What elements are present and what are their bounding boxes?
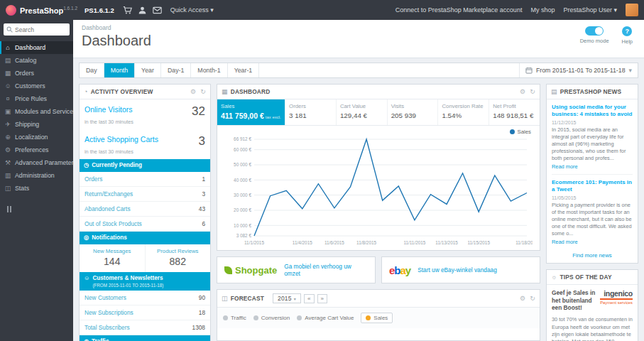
activity-row-return-exchanges[interactable]: Return/Exchanges3: [80, 187, 210, 202]
date-range-label: From 2015-11-01 To 2015-11-18: [536, 67, 626, 74]
sidebar-item-label: Orders: [15, 70, 34, 77]
page-header: Dashboard Dashboard Demo mode ? Help: [73, 20, 644, 58]
active-carts-label[interactable]: Active Shopping Carts: [84, 135, 158, 144]
date-range-tabs: DayMonthYearDay-1Month-1Year-1: [80, 63, 259, 77]
forecast-legend-traffic[interactable]: Traffic: [223, 315, 246, 321]
chart-legend[interactable]: Sales: [223, 127, 534, 135]
chevron-down-icon: ▾: [613, 6, 617, 13]
date-tab-month[interactable]: Month: [104, 63, 135, 77]
date-tab-year[interactable]: Year: [135, 63, 161, 77]
news-article-title[interactable]: Ecommerce 101: Payments in a Tweet: [552, 179, 633, 193]
activity-overview-panel: ◔ ACTIVITY OVERVIEW ⚙↻ Online Visitors 3…: [79, 84, 211, 341]
date-range-picker[interactable]: From 2015-11-01 To 2015-11-18 ▾: [519, 63, 638, 77]
activity-row-out-of-stock-products[interactable]: Out of Stock Products6: [80, 217, 210, 232]
left-column: ◔ ACTIVITY OVERVIEW ⚙↻ Online Visitors 3…: [79, 84, 211, 341]
kpi-conversion-rate[interactable]: Conversion Rate1.54%: [438, 99, 489, 125]
globe-icon: ⊕: [84, 338, 89, 341]
customer-notifications-icon[interactable]: [138, 6, 147, 15]
activity-row-abandoned-carts[interactable]: Abandoned Carts43: [80, 202, 210, 217]
version-label: 1.6.1.2: [63, 6, 77, 11]
calendar-icon: [525, 67, 533, 74]
demo-mode-toggle[interactable]: [585, 26, 604, 36]
find-more-news-link[interactable]: Find more news: [547, 249, 638, 263]
notifications-cols: New Messages144Product Reviews882: [80, 244, 210, 272]
date-tab-day-1[interactable]: Day-1: [161, 63, 191, 77]
forecast-legend-sales[interactable]: Sales: [361, 313, 393, 323]
kpi-visits[interactable]: Visits205 939: [388, 99, 439, 125]
read-more-link[interactable]: Read more: [552, 239, 578, 245]
activity-row-new-customers[interactable]: New Customers90: [80, 291, 210, 305]
sidebar-item-label: Preferences: [15, 146, 48, 153]
sales-legend-dot: [510, 129, 515, 134]
activity-row-new-subscriptions[interactable]: New Subscriptions18: [80, 305, 210, 320]
legend-dot-icon: [366, 315, 371, 320]
date-tab-year-1[interactable]: Year-1: [228, 63, 260, 77]
online-visitors-metric[interactable]: Online Visitors 32 in the last 30 minute…: [80, 99, 210, 129]
forecast-year-select[interactable]: 2015 ▾: [273, 293, 301, 303]
forecast-next-button[interactable]: »: [317, 294, 328, 303]
activity-overview-icon: ◔: [84, 88, 88, 95]
sales-chart: 66 912 €60 000 €50 000 €40 000 €30 000 €…: [223, 135, 534, 247]
refresh-icon[interactable]: ↻: [530, 88, 535, 95]
sidebar-item-price-rules[interactable]: ¤Price Rules: [0, 92, 73, 105]
sidebar-item-catalog[interactable]: ▤Catalog: [0, 54, 73, 67]
sidebar-item-dashboard[interactable]: ⌂Dashboard: [0, 41, 73, 54]
kpi-cart-value[interactable]: Cart Value129,44 €: [337, 99, 388, 125]
help-icon[interactable]: ?: [622, 26, 632, 36]
message-notifications-icon[interactable]: [153, 6, 162, 15]
gear-icon[interactable]: ⚙: [520, 88, 525, 95]
sidebar-item-localization[interactable]: ⊕Localization: [0, 131, 73, 144]
kpi-net-profit[interactable]: Net Profit148 918,51 €: [489, 99, 540, 125]
kpi-orders[interactable]: Orders3 181: [285, 99, 337, 125]
shop-name[interactable]: PS1.6.1.2: [84, 6, 114, 14]
collapse-sidebar-button[interactable]: [7, 206, 73, 212]
kpi-sales[interactable]: Sales411 759,00 €tax excl.: [217, 99, 285, 125]
customers-group-icon: ☺: [84, 275, 89, 282]
user-avatar[interactable]: [626, 4, 638, 16]
cart-notifications-icon[interactable]: [123, 6, 132, 15]
date-tab-month-1[interactable]: Month-1: [191, 63, 227, 77]
news-article-excerpt: In 2015, social media are an integral pa…: [552, 126, 633, 162]
sidebar-item-stats[interactable]: ◫Stats: [0, 182, 73, 195]
sidebar-item-advanced-parameters[interactable]: ⚒Advanced Parameters: [0, 156, 73, 169]
sidebar-item-modules-and-services[interactable]: ▣Modules and Services: [0, 105, 73, 118]
sidebar-item-orders[interactable]: ▦Orders: [0, 67, 73, 80]
forecast-prev-button[interactable]: «: [304, 294, 315, 303]
quick-access-menu[interactable]: Quick Access ▾: [170, 6, 214, 13]
marketplace-link[interactable]: Connect to PrestaShop Marketplace accoun…: [395, 6, 523, 13]
sidebar-item-preferences[interactable]: ⚙Preferences: [0, 144, 73, 156]
refresh-icon[interactable]: ↻: [200, 88, 206, 95]
online-visitors-label[interactable]: Online Visitors: [84, 105, 133, 114]
activity-row-orders[interactable]: Orders1: [80, 172, 210, 187]
svg-text:50 000 €: 50 000 €: [234, 162, 251, 167]
read-more-link[interactable]: Read more: [552, 163, 578, 170]
date-tab-day[interactable]: Day: [80, 63, 104, 77]
gear-icon[interactable]: ⚙: [190, 88, 196, 95]
user-menu[interactable]: PrestaShop User ▾: [563, 6, 617, 13]
sidebar-search[interactable]: [4, 23, 70, 36]
sidebar-item-administration[interactable]: ▥Administration: [0, 169, 73, 182]
home-icon: ⌂: [4, 44, 11, 51]
notification-product-reviews[interactable]: Product Reviews882: [145, 244, 211, 272]
refresh-icon[interactable]: ↻: [530, 295, 535, 302]
active-carts-metric[interactable]: Active Shopping Carts 3 in the last 30 m…: [80, 129, 210, 159]
news-article-title[interactable]: Using social media for your business: 4 …: [552, 104, 633, 118]
my-shop-link[interactable]: My shop: [530, 6, 555, 13]
search-input[interactable]: [15, 26, 66, 33]
prestashop-logo[interactable]: PrestaShop1.6.1.2: [0, 5, 84, 16]
help-label: Help: [622, 38, 633, 45]
sidebar-item-customers[interactable]: ☺Customers: [0, 80, 73, 92]
tips-headline: Geef je Sales in het buitenland een Boos…: [552, 289, 596, 312]
gear-icon[interactable]: ⚙: [520, 295, 525, 302]
forecast-legend-average-cart-value[interactable]: Average Cart Value: [297, 315, 354, 321]
forecast-legend: TrafficConversionAverage Cart ValueSales: [217, 308, 540, 328]
ebay-link[interactable]: Start uw eBay-winkel vandaag: [417, 266, 497, 274]
dashboard-panel-header: ▦ DASHBOARD ⚙↻: [217, 85, 540, 99]
activity-row-total-subscribers[interactable]: Total Subscribers1308: [80, 320, 210, 335]
sidebar-item-shipping[interactable]: ✈Shipping: [0, 118, 73, 131]
forecast-legend-conversion[interactable]: Conversion: [253, 315, 290, 321]
sidebar: ⌂Dashboard▤Catalog▦Orders☺Customers¤Pric…: [0, 20, 73, 341]
notification-new-messages[interactable]: New Messages144: [80, 244, 145, 272]
kpi-row: Sales411 759,00 €tax excl.Orders3 181Car…: [217, 99, 540, 126]
shopgate-link[interactable]: Ga mobiel en verhoog uw omzet: [284, 263, 368, 278]
